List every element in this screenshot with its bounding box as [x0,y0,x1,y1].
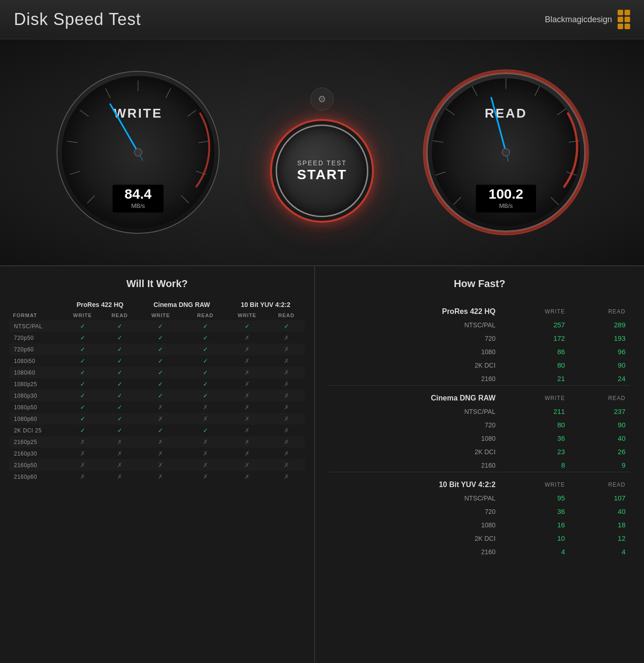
check-cell: ✓ [102,390,137,401]
check-cell: ✗ [226,425,268,436]
check-cell: ✓ [137,344,184,355]
prores-read-header: READ [102,310,137,320]
check-cell: ✗ [268,471,305,482]
format-label: 1080p25 [9,378,63,390]
check-cell: ✗ [226,344,268,355]
check-cell: ✓ [102,425,137,436]
hf-data-row: 10808696 [329,345,630,358]
hf-write-value: 10 [503,532,570,545]
hf-read-col-header: READ [569,472,630,492]
check-cell: ✗ [268,344,305,355]
hf-data-row: 216089 [329,458,630,472]
check-cell: ✗ [226,332,268,344]
hf-read-col-header: READ [569,386,630,405]
check-cell: ✗ [184,471,227,482]
hf-row-label: 720 [329,332,503,345]
check-cell: ✓ [137,367,184,378]
hf-write-value: 36 [503,505,570,518]
hf-data-row: 2K DCI1012 [329,532,630,545]
hf-write-value: 21 [503,372,570,386]
hf-data-row: 7208090 [329,418,630,432]
check-cell: ✓ [184,367,227,378]
cinema-read-header: READ [184,310,227,320]
hf-read-value: 289 [569,318,630,332]
table-row: NTSC/PAL✓✓✓✓✓✓ [9,320,305,332]
check-cell: ✓ [137,425,184,436]
hf-data-row: NTSC/PAL95107 [329,491,630,505]
check-cell: ✓ [63,355,102,367]
hf-write-value: 172 [503,332,570,345]
hf-row-label: 2K DCI [329,532,503,545]
format-label: 1080p30 [9,390,63,401]
format-label: 1080p50 [9,401,63,413]
check-cell: ✓ [137,390,184,401]
check-cell: ✗ [137,459,184,471]
format-label: 1080i60 [9,367,63,378]
check-cell: ✗ [226,448,268,459]
check-cell: ✗ [268,425,305,436]
hf-write-value: 16 [503,518,570,532]
hf-read-value: 12 [569,532,630,545]
check-cell: ✗ [63,459,102,471]
format-label: 1080i50 [9,355,63,367]
settings-button[interactable]: ⚙ [310,88,334,111]
hf-row-label: 720 [329,418,503,432]
check-cell: ✓ [102,355,137,367]
hf-write-value: 257 [503,318,570,332]
table-row: 1080p50✓✓✗✗✗✗ [9,401,305,413]
check-cell: ✓ [102,344,137,355]
brand-logo: Blackmagicdesign [545,10,630,29]
check-cell: ✗ [184,459,227,471]
table-row: 1080i60✓✓✓✓✗✗ [9,367,305,378]
check-cell: ✗ [226,367,268,378]
check-cell: ✓ [102,320,137,332]
check-cell: ✗ [268,355,305,367]
check-cell: ✓ [63,332,102,344]
check-cell: ✓ [102,378,137,390]
hf-section-name: 10 Bit YUV 4:2:2 [329,472,503,492]
read-gauge-wrapper: READ 100.2 MB/s [423,69,589,236]
check-cell: ✗ [268,459,305,471]
hf-section-name: Cinema DNG RAW [329,386,503,405]
format-label: 720p50 [9,332,63,344]
check-cell: ✗ [226,436,268,448]
check-cell: ✓ [137,320,184,332]
svg-text:WRITE: WRITE [114,106,163,120]
hf-row-label: 1080 [329,345,503,358]
check-cell: ✗ [226,413,268,425]
how-fast-title: How Fast? [329,278,630,290]
hf-section-header: ProRes 422 HQWRITEREAD [329,299,630,318]
table-row: 2160p25✗✗✗✗✗✗ [9,436,305,448]
format-label: 2160p50 [9,459,63,471]
table-row: 2160p60✗✗✗✗✗✗ [9,471,305,482]
check-cell: ✗ [137,448,184,459]
hf-write-value: 80 [503,358,570,372]
hf-read-value: 193 [569,332,630,345]
group-cinema-header: Cinema DNG RAW [137,299,226,310]
hf-data-row: 7203640 [329,505,630,518]
check-cell: ✗ [226,355,268,367]
start-label: START [297,167,347,182]
hf-write-value: 4 [503,545,570,558]
10bit-read-header: READ [268,310,305,320]
hf-row-label: 2160 [329,372,503,386]
hf-row-label: 2160 [329,458,503,472]
check-cell: ✓ [184,425,227,436]
hf-row-label: 2K DCI [329,358,503,372]
bmd-icon [618,10,630,29]
hf-data-row: 216044 [329,545,630,558]
check-cell: ✗ [226,459,268,471]
check-cell: ✗ [184,436,227,448]
format-label: 2K DCI 25 [9,425,63,436]
sub-header-row: FORMAT WRITE READ WRITE READ WRITE READ [9,310,305,320]
check-cell: ✓ [63,378,102,390]
start-button[interactable]: SPEED TEST START [276,125,368,217]
check-cell: ✓ [63,401,102,413]
check-cell: ✗ [102,448,137,459]
title-bar: Disk Speed Test Blackmagicdesign [0,0,644,39]
hf-data-row: 21602124 [329,372,630,386]
hf-read-value: 9 [569,458,630,472]
table-row: 1080p60✓✓✗✗✗✗ [9,413,305,425]
will-it-work-panel: Will It Work? ProRes 422 HQ Cinema DNG R… [0,266,315,663]
check-cell: ✗ [226,390,268,401]
